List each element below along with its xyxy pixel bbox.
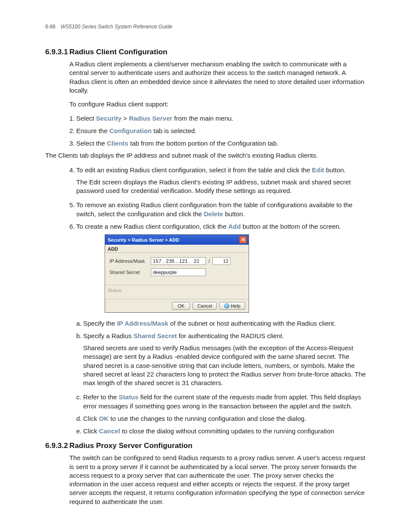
- substep-a: a. Specify the IP Address/Mask of the su…: [76, 319, 366, 328]
- status-field: Status:: [105, 285, 249, 299]
- mask-slash: /: [209, 258, 210, 264]
- intro-paragraph: A Radius client implements a client/serv…: [69, 60, 366, 95]
- close-icon[interactable]: ✕: [239, 236, 247, 243]
- step-4-sub: The Edit screen displays the Radius clie…: [76, 178, 366, 196]
- dialog-title: Security > Radius Server > ADD: [108, 237, 179, 243]
- step-6: 6. To create a new Radius client configu…: [69, 222, 366, 231]
- step-4: 4. To edit an existing Radius client con…: [69, 165, 366, 196]
- clients-tab-desc: The Clients tab displays the IP address …: [45, 151, 366, 160]
- section-number: 6.9.3.1: [45, 48, 69, 56]
- add-dialog: Security > Radius Server > ADD ✕ ADD IP …: [105, 234, 249, 313]
- cancel-button[interactable]: Cancel: [193, 302, 217, 310]
- doc-title: WS5100 Series Switch System Reference Gu…: [60, 24, 172, 30]
- dialog-titlebar: Security > Radius Server > ADD ✕: [105, 235, 249, 245]
- shared-secret-ref: Shared Secret: [134, 332, 177, 339]
- substep-d: d. Click OK to use the changes to the ru…: [76, 414, 366, 423]
- tab-configuration: Configuration: [109, 127, 152, 134]
- substep-b-detail: Shared secrets are used to verify Radius…: [83, 344, 366, 387]
- delete-button-ref: Delete: [204, 210, 223, 218]
- ip-address-input[interactable]: [151, 257, 206, 265]
- section-number-2: 6.9.3.2: [45, 442, 69, 450]
- secret-label: Shared Secret: [109, 270, 151, 275]
- ip-label: IP Address/Mask: [109, 258, 151, 264]
- menu-radius-server: Radius Server: [129, 115, 172, 122]
- dialog-section-title: ADD: [105, 245, 249, 253]
- substep-c: c. Refer to the Status field for the cur…: [76, 392, 366, 411]
- ok-ref: OK: [99, 415, 109, 422]
- ip-address-mask-ref: IP Address/Mask: [117, 320, 168, 327]
- step-2: 2. Ensure the Configuration tab is selec…: [69, 126, 366, 135]
- menu-security: Security: [96, 115, 121, 122]
- section2-body: The switch can be configured to send Rad…: [69, 454, 366, 506]
- help-icon: ?: [224, 303, 229, 308]
- section-heading-1: 6.9.3.1 Radius Client Configuration: [45, 48, 366, 56]
- status-ref: Status: [119, 393, 139, 401]
- substep-b: b. Specify a Radius Shared Secret for au…: [76, 331, 366, 387]
- lead-paragraph: To configure Radius client support:: [69, 100, 366, 109]
- section-heading-2: 6.9.3.2 Radius Proxy Server Configuratio…: [45, 442, 366, 450]
- step-5: 5. To remove an existing Radius client c…: [69, 200, 366, 218]
- edit-button-ref: Edit: [312, 166, 324, 174]
- help-button[interactable]: ? Help: [219, 302, 245, 310]
- page-header: 6-66 WS5100 Series Switch System Referen…: [45, 24, 366, 30]
- section-title-2: Radius Proxy Server Configuration: [69, 442, 193, 450]
- cancel-ref: Cancel: [99, 427, 120, 435]
- page-number: 6-66: [45, 24, 56, 30]
- step-3: 3. Select the Clients tab from the botto…: [69, 139, 366, 148]
- add-button-ref: Add: [228, 223, 241, 230]
- add-dialog-figure: Security > Radius Server > ADD ✕ ADD IP …: [105, 234, 366, 313]
- shared-secret-input[interactable]: [151, 268, 206, 276]
- step-1: 1. Select Security > Radius Server from …: [69, 114, 366, 123]
- substep-e: e. Click Cancel to close the dialog with…: [76, 426, 366, 436]
- tab-clients: Clients: [107, 140, 128, 147]
- help-button-label: Help: [230, 303, 240, 308]
- mask-input[interactable]: [212, 257, 230, 265]
- ok-button[interactable]: OK: [172, 302, 190, 310]
- section-title: Radius Client Configuration: [69, 48, 167, 56]
